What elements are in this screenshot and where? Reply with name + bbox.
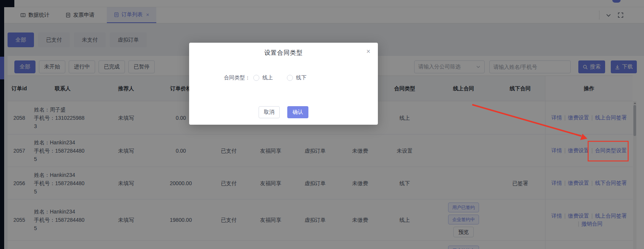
modal-close-icon[interactable]: × <box>366 48 370 55</box>
contract-type-field-label: 合同类型： <box>224 74 250 81</box>
modal-title: 设置合同类型 <box>189 43 378 57</box>
radio-offline[interactable]: 线下 <box>287 74 307 81</box>
radio-circle-offline[interactable] <box>287 75 293 81</box>
confirm-button[interactable]: 确认 <box>287 106 308 118</box>
radio-online[interactable]: 线上 <box>253 74 273 81</box>
radio-online-label: 线上 <box>262 74 273 81</box>
app-window: 数据统计发票申请订单列表× 全部已支付未支付虚拟订单 全部未开始进行中已完成已暂… <box>0 0 644 249</box>
set-contract-type-modal: 设置合同类型 × 合同类型： 线上 线下 取消 确认 <box>189 43 378 125</box>
radio-offline-label: 线下 <box>296 74 307 81</box>
radio-circle-online[interactable] <box>253 75 259 81</box>
cancel-button[interactable]: 取消 <box>259 106 280 118</box>
